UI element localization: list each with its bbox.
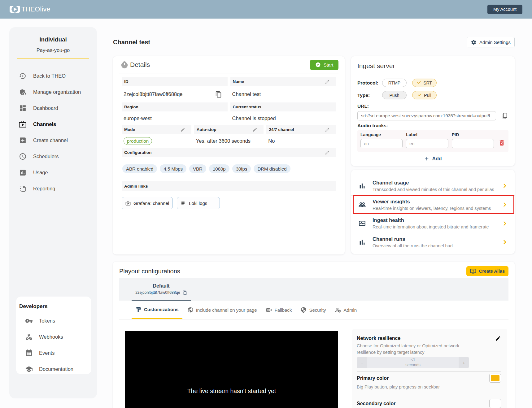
sidebar-item-label: Reporting: [33, 186, 55, 192]
latency-minus-button[interactable]: -: [357, 357, 367, 368]
tv-icon: [125, 201, 131, 206]
edit-configuration-button[interactable]: [325, 150, 330, 155]
edit-mode-button[interactable]: [180, 127, 185, 132]
config-chip: 4.5 Mbps: [160, 164, 186, 173]
primary-color-swatch[interactable]: [489, 374, 501, 383]
add-label: Add: [432, 156, 442, 162]
video-player[interactable]: The live stream hasn't started yet: [125, 331, 338, 408]
ingest-title: Ingest server: [357, 62, 508, 70]
language-input[interactable]: [360, 139, 403, 148]
latency-value-number: <1: [411, 357, 415, 362]
shield-person-icon: [19, 88, 27, 96]
admin-settings-button[interactable]: Admin Settings: [467, 37, 515, 47]
sidebar-item-label: Tokens: [39, 318, 55, 324]
config-chip: 30fps: [232, 164, 251, 173]
copy-alias-id-button[interactable]: [182, 290, 187, 295]
config-chip: ABR enabled: [122, 164, 157, 173]
field-name: Name Channel test: [230, 77, 336, 102]
sidebar-item-dashboard[interactable]: Dashboard: [9, 100, 97, 116]
url-label: URL:: [357, 103, 508, 109]
edit-network-resilience-button[interactable]: [495, 336, 501, 341]
loki-logs-button[interactable]: Loki logs: [177, 197, 220, 209]
field-autostop-label: Auto-stop: [197, 127, 216, 132]
ingest-url-input[interactable]: [357, 111, 496, 120]
tab-customizations[interactable]: Customizations: [132, 301, 182, 319]
alias-tabstrip: Default 2zejcol8bjtt87faw0ff688qe: [119, 278, 508, 301]
language-column-label: Language: [360, 132, 403, 137]
alias-tab-default[interactable]: Default 2zejcol8bjtt87faw0ff688qe: [132, 278, 191, 301]
label-input[interactable]: [406, 139, 448, 148]
secondary-color-swatch[interactable]: [489, 399, 501, 408]
panel-divider: [357, 371, 501, 372]
start-button[interactable]: Start: [310, 60, 338, 70]
sidebar-item-reporting[interactable]: Reporting: [9, 180, 97, 197]
my-account-button[interactable]: My Account: [487, 5, 522, 14]
ingest-server-card: Ingest server Protocol: RTMP SRT: [351, 56, 515, 166]
protocol-rtmp-button[interactable]: RTMP: [382, 79, 407, 87]
secondary-color-title: Secondary color: [357, 401, 395, 406]
top-header: THEOlive My Account: [0, 0, 532, 19]
sidebar-item-manage-organization[interactable]: Manage organization: [9, 84, 97, 100]
tab-include-channel-label: Include channel on your page: [196, 307, 257, 313]
add-box-icon: [19, 136, 27, 144]
sidebar-item-channels[interactable]: Channels: [9, 116, 97, 132]
sidebar-item-webhooks[interactable]: Webhooks: [19, 329, 88, 345]
edit-247-button[interactable]: [325, 127, 330, 132]
sidebar-item-tokens[interactable]: Tokens: [19, 313, 88, 329]
srt-label: SRT: [423, 80, 432, 85]
sidebar-item-events[interactable]: Events: [19, 345, 88, 361]
field-region-value: europe-west: [124, 115, 152, 121]
tab-security[interactable]: Security: [297, 301, 329, 319]
viewer-insights-link[interactable]: Viewer insights Real-time insights on vi…: [351, 195, 515, 214]
add-audio-track-button[interactable]: Add: [424, 156, 442, 162]
copy-url-button[interactable]: [501, 112, 508, 120]
panel-divider: [357, 397, 501, 397]
delete-track-button[interactable]: [498, 139, 505, 146]
latency-value-unit: seconds: [405, 362, 420, 368]
alias-id-value: 2zejcol8bjtt87faw0ff688qe: [135, 290, 180, 295]
field-id: ID 2zejcol8bjtt87faw0ff688qe: [122, 77, 228, 102]
rtmp-label: RTMP: [388, 80, 400, 85]
copy-id-button[interactable]: [215, 91, 222, 98]
channel-runs-title: Channel runs: [373, 236, 453, 242]
sidebar-item-back-to-theo[interactable]: Back to THEO: [9, 68, 97, 84]
sidebar-item-usage[interactable]: Usage: [9, 164, 97, 180]
sidebar-item-schedulers[interactable]: Schedulers: [9, 148, 97, 164]
sidebar: Individual Pay-as-you-go Back to THEO Ma…: [9, 27, 97, 398]
tab-fallback[interactable]: Fallback: [262, 301, 296, 319]
check-icon: [417, 93, 422, 98]
network-resilience-title: Network resilience: [357, 336, 400, 341]
theolive-logo[interactable]: THEOlive: [10, 6, 50, 13]
developers-card: Developers Tokens Webhooks: [16, 297, 91, 374]
latency-value: <1 seconds: [367, 357, 459, 368]
tab-include-channel[interactable]: Include channel on your page: [184, 301, 261, 319]
details-title: Details: [130, 61, 150, 68]
main-content: Channel test Admin Settings Details: [113, 35, 515, 408]
developers-title: Developers: [19, 303, 88, 310]
ingest-health-link[interactable]: Ingest health Real-time information abou…: [351, 214, 515, 233]
create-alias-button[interactable]: Create Alias: [466, 266, 508, 276]
type-push-button[interactable]: Push: [382, 91, 407, 99]
protocol-srt-button[interactable]: SRT: [412, 79, 437, 87]
pid-input[interactable]: [452, 139, 494, 148]
field-name-label: Name: [233, 79, 244, 84]
sidebar-item-create-channel[interactable]: Create channel: [9, 132, 97, 148]
sidebar-item-documentation[interactable]: Documentation: [19, 361, 88, 377]
primary-color-title: Primary color: [357, 375, 389, 381]
bar-chart-icon: [358, 238, 366, 246]
type-pull-button[interactable]: Pull: [412, 91, 437, 99]
sidebar-item-label: Schedulers: [33, 154, 59, 159]
people-icon: [358, 201, 366, 209]
sidebar-item-label: Webhooks: [39, 334, 63, 340]
latency-plus-button[interactable]: +: [459, 357, 469, 368]
edit-autostop-button[interactable]: [252, 127, 257, 132]
channel-runs-link[interactable]: Channel runs Overview of all the runs th…: [351, 233, 515, 252]
admin-links-label: Admin links: [124, 184, 148, 189]
tab-admin[interactable]: Admin: [331, 301, 361, 319]
calendar-icon: [25, 349, 33, 357]
channel-usage-link[interactable]: Channel usage Transcoded and viewed minu…: [351, 176, 515, 195]
brand-name: THEOlive: [21, 6, 50, 13]
edit-name-button[interactable]: [325, 79, 330, 84]
grafana-channel-button[interactable]: Grafana: channel: [122, 197, 173, 209]
sidebar-item-label: Usage: [33, 170, 48, 176]
